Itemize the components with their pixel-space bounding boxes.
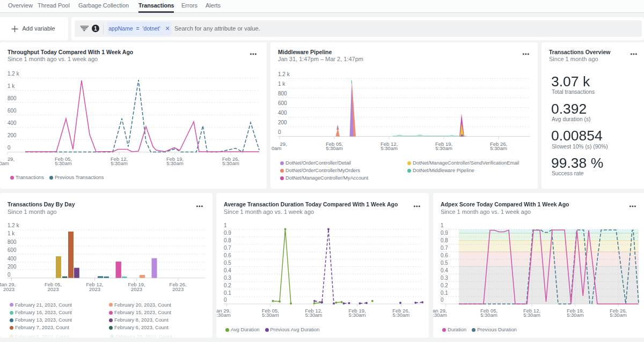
svg-text:0: 0 bbox=[224, 297, 227, 303]
svg-text:400: 400 bbox=[8, 120, 17, 126]
svg-text:200: 200 bbox=[278, 120, 287, 125]
svg-text:1 k: 1 k bbox=[8, 231, 15, 236]
svg-text:0.5: 0.5 bbox=[224, 260, 231, 266]
svg-text:0.2: 0.2 bbox=[224, 282, 231, 288]
svg-text:5:30am: 5:30am bbox=[567, 312, 584, 318]
svg-text:0.6: 0.6 bbox=[224, 252, 231, 258]
svg-text:600: 600 bbox=[8, 108, 17, 114]
svg-text:5:30am: 5:30am bbox=[222, 160, 239, 166]
svg-text:1 k: 1 k bbox=[278, 81, 286, 87]
svg-text:5:30am: 5:30am bbox=[111, 160, 128, 166]
svg-text:0: 0 bbox=[278, 129, 281, 135]
svg-text:0: 0 bbox=[8, 145, 11, 151]
svg-text:0.9: 0.9 bbox=[224, 230, 231, 236]
svg-text:1.2 k: 1.2 k bbox=[8, 222, 20, 228]
svg-text:200: 200 bbox=[8, 132, 17, 138]
svg-text:0.3: 0.3 bbox=[224, 275, 231, 281]
svg-text:5:30am: 5:30am bbox=[393, 312, 410, 318]
svg-text:600: 600 bbox=[278, 100, 287, 106]
svg-text:1.2 k: 1.2 k bbox=[8, 71, 20, 77]
svg-text:1.2 k: 1.2 k bbox=[278, 71, 290, 77]
svg-text:1 k: 1 k bbox=[8, 83, 15, 89]
svg-text:5:30am: 5:30am bbox=[610, 312, 627, 318]
svg-text:0.4: 0.4 bbox=[441, 267, 448, 273]
svg-text:0.4: 0.4 bbox=[224, 267, 231, 273]
svg-text:0.5: 0.5 bbox=[441, 260, 448, 266]
svg-text:0.3: 0.3 bbox=[441, 275, 448, 281]
svg-text:800: 800 bbox=[8, 239, 17, 245]
svg-text:0am: 0am bbox=[0, 160, 9, 166]
svg-text:0.1: 0.1 bbox=[441, 290, 448, 296]
svg-text:0.7: 0.7 bbox=[224, 245, 231, 251]
svg-text:2023: 2023 bbox=[131, 286, 142, 292]
svg-text:0.8: 0.8 bbox=[224, 237, 231, 243]
svg-text:2023: 2023 bbox=[172, 286, 184, 292]
svg-text:5:30am: 5:30am bbox=[480, 312, 497, 318]
svg-text:2023: 2023 bbox=[89, 286, 100, 292]
svg-text:5:30am: 5:30am bbox=[326, 145, 343, 151]
svg-text:2023: 2023 bbox=[47, 286, 58, 292]
svg-text:800: 800 bbox=[278, 91, 287, 96]
svg-text:5:30am: 5:30am bbox=[380, 145, 398, 151]
svg-text:1: 1 bbox=[224, 222, 227, 228]
svg-text:0: 0 bbox=[8, 272, 11, 278]
svg-text:2023: 2023 bbox=[3, 286, 14, 292]
svg-text:800: 800 bbox=[8, 95, 17, 101]
svg-text:0am: 0am bbox=[272, 145, 282, 151]
svg-text:5:30am: 5:30am bbox=[55, 160, 72, 166]
svg-text:200: 200 bbox=[8, 264, 17, 270]
svg-text:5:30am: 5:30am bbox=[305, 312, 323, 318]
svg-text:0: 0 bbox=[441, 297, 444, 303]
svg-text:0.8: 0.8 bbox=[441, 237, 448, 243]
svg-text:5:30am: 5:30am bbox=[349, 312, 366, 318]
svg-text:1: 1 bbox=[441, 222, 444, 228]
svg-text:5:30am: 5:30am bbox=[523, 312, 540, 318]
svg-text:400: 400 bbox=[278, 110, 287, 116]
svg-text:5:30am: 5:30am bbox=[262, 312, 279, 318]
svg-text:5:30am: 5:30am bbox=[490, 145, 507, 151]
svg-text:0.9: 0.9 bbox=[441, 230, 448, 236]
svg-text:0.2: 0.2 bbox=[441, 282, 448, 288]
svg-text:400: 400 bbox=[8, 256, 17, 262]
svg-text:5:30am: 5:30am bbox=[435, 145, 452, 151]
svg-text:5:30am: 5:30am bbox=[216, 312, 231, 318]
svg-text:5:30am: 5:30am bbox=[166, 160, 184, 166]
svg-text:600: 600 bbox=[8, 247, 17, 253]
svg-text:5:30am: 5:30am bbox=[433, 312, 447, 318]
svg-text:0.1: 0.1 bbox=[224, 290, 231, 296]
svg-text:0.7: 0.7 bbox=[441, 245, 448, 251]
svg-text:0.6: 0.6 bbox=[441, 252, 448, 258]
